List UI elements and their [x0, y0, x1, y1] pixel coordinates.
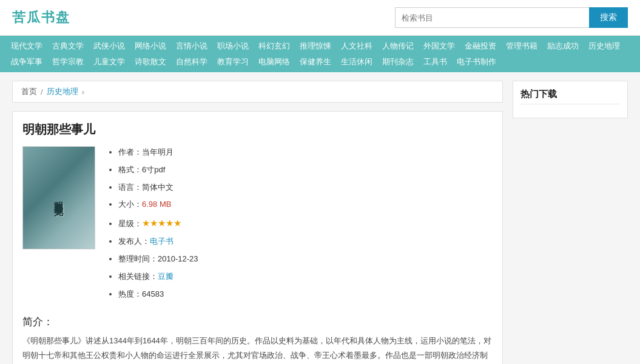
nav-item[interactable]: 期刊杂志 [377, 54, 419, 70]
stars: ★★★★★ [142, 218, 181, 228]
info-rating: 星级：★★★★★ [118, 216, 493, 231]
nav-item[interactable]: 现代文学 [6, 38, 47, 54]
nav-item[interactable]: 网络小说 [130, 38, 171, 54]
book-title: 明朝那些事儿 [22, 121, 493, 138]
nav-item[interactable]: 电脑网络 [254, 54, 295, 70]
rating-label: 星级： [118, 219, 142, 228]
link-label: 相关链接： [118, 272, 158, 281]
author-value: 当年明月 [142, 147, 173, 157]
info-link: 相关链接：豆瓣 [118, 271, 493, 283]
nav-item[interactable]: 工具书 [419, 54, 452, 70]
nav-item[interactable]: 人文社科 [336, 38, 377, 54]
language-value: 简体中文 [142, 183, 173, 192]
breadcrumb-home[interactable]: 首页 [21, 86, 37, 97]
nav-item[interactable]: 教育学习 [212, 54, 254, 70]
nav-item[interactable]: 儿童文学 [89, 54, 130, 70]
summary-section: 简介： 《明朝那些事儿》讲述从1344年到1644年，明朝三百年间的历史。作品以… [22, 315, 493, 364]
info-author: 作者：当年明月 [118, 146, 493, 159]
nav-item[interactable]: 言情小说 [171, 38, 212, 54]
nav-item[interactable]: 保健养生 [295, 54, 336, 70]
language-label: 语言： [118, 183, 142, 192]
summary-text: 《明朝那些事儿》讲述从1344年到1644年，明朝三百年间的历史。作品以史料为基… [22, 334, 493, 364]
size-label: 大小： [118, 200, 142, 209]
info-date: 整理时间：2010-12-23 [118, 253, 493, 266]
nav-item[interactable]: 科幻玄幻 [254, 38, 295, 54]
nav-item[interactable]: 武侠小说 [89, 38, 130, 54]
info-publisher: 发布人：电子书 [118, 235, 493, 248]
nav-item[interactable]: 励志成功 [542, 38, 584, 54]
search-area: 搜索 [395, 7, 628, 28]
nav-item[interactable]: 人物传记 [377, 38, 419, 54]
info-format: 格式：6寸pdf [118, 164, 493, 177]
nav-item[interactable]: 管理书籍 [501, 38, 542, 54]
header: 苦瓜书盘 搜索 [0, 0, 640, 36]
cover-text: 明朝那些事儿 [53, 194, 66, 201]
nav-item[interactable]: 外国文学 [419, 38, 460, 54]
size-value: 6.98 MB [142, 200, 171, 209]
link-value[interactable]: 豆瓣 [158, 272, 173, 281]
search-button[interactable]: 搜索 [589, 7, 628, 28]
book-body: 明朝那些事儿 作者：当年明月 格式：6寸pdf 语言：简体中文 [22, 146, 493, 305]
book-cover: 明朝那些事儿 [22, 146, 95, 249]
format-value: 6寸pdf [142, 165, 165, 174]
format-label: 格式： [118, 165, 142, 174]
breadcrumb: 首页 / 历史地理 › [12, 81, 503, 103]
date-value: 2010-12-23 [158, 254, 198, 263]
info-size: 大小：6.98 MB [118, 198, 493, 211]
breadcrumb-sep1: / [41, 87, 43, 96]
nav-item[interactable]: 职场小说 [212, 38, 254, 54]
navigation: 现代文学古典文学武侠小说网络小说言情小说职场小说科幻玄幻推理惊悚人文社科人物传记… [0, 36, 640, 72]
search-input[interactable] [395, 7, 589, 28]
summary-title: 简介： [22, 315, 493, 329]
nav-item[interactable]: 推理惊悚 [295, 38, 336, 54]
publisher-label: 发布人： [118, 237, 150, 246]
site-logo[interactable]: 苦瓜书盘 [12, 8, 70, 27]
nav-item[interactable]: 金融投资 [460, 38, 501, 54]
nav-item[interactable]: 生活休闲 [336, 54, 377, 70]
heat-value: 64583 [142, 289, 164, 298]
nav-item[interactable]: 哲学宗教 [47, 54, 89, 70]
breadcrumb-arrow: › [82, 87, 84, 96]
main-content: 首页 / 历史地理 › 明朝那些事儿 明朝那些事儿 作者：当年明月 [0, 72, 640, 364]
book-detail: 明朝那些事儿 明朝那些事儿 作者：当年明月 格式：6寸pdf [12, 111, 503, 364]
nav-item[interactable]: 古典文学 [47, 38, 89, 54]
sidebar: 热门下载 [513, 81, 628, 364]
info-heat: 热度：64583 [118, 288, 493, 301]
publisher-value[interactable]: 电子书 [150, 237, 173, 246]
nav-row: 现代文学古典文学武侠小说网络小说言情小说职场小说科幻玄幻推理惊悚人文社科人物传记… [6, 36, 634, 72]
nav-item[interactable]: 电子书制作 [452, 54, 501, 70]
book-info-list: 作者：当年明月 格式：6寸pdf 语言：简体中文 大小：6.98 MB 星级：★ [107, 146, 493, 300]
nav-item[interactable]: 历史地理 [584, 38, 625, 54]
author-label: 作者： [118, 147, 142, 157]
content-area: 首页 / 历史地理 › 明朝那些事儿 明朝那些事儿 作者：当年明月 [12, 81, 503, 364]
heat-label: 热度： [118, 289, 142, 298]
book-info: 作者：当年明月 格式：6寸pdf 语言：简体中文 大小：6.98 MB 星级：★ [107, 146, 493, 305]
nav-item[interactable]: 战争军事 [6, 54, 47, 70]
date-label: 整理时间： [118, 254, 158, 263]
info-language: 语言：简体中文 [118, 181, 493, 194]
nav-item[interactable]: 诗歌散文 [130, 54, 171, 70]
nav-item[interactable]: 自然科学 [171, 54, 212, 70]
hot-downloads: 热门下载 [513, 81, 628, 118]
hot-downloads-title: 热门下载 [520, 89, 620, 104]
breadcrumb-category[interactable]: 历史地理 [47, 86, 78, 97]
